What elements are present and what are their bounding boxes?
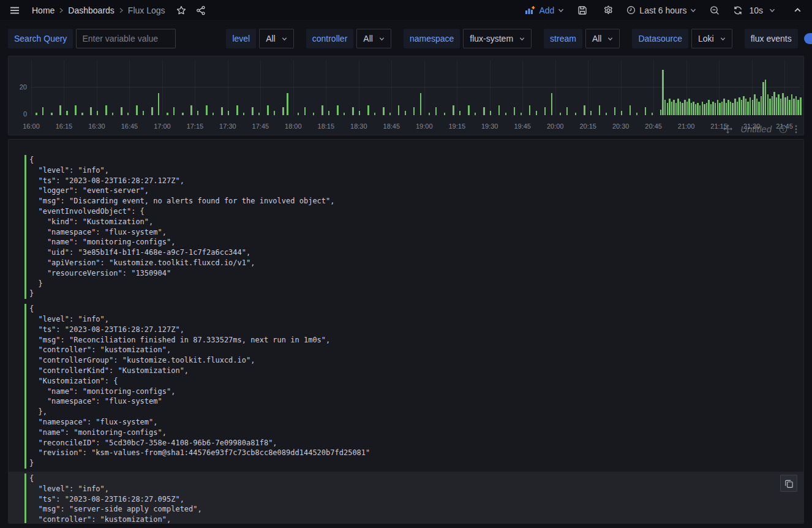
histogram-bar <box>313 113 315 116</box>
chevron-down-icon <box>690 7 696 13</box>
vertical-gridline <box>752 60 753 115</box>
vertical-gridline <box>326 60 326 115</box>
log-level-indicator <box>24 304 26 469</box>
panel-menu-icon[interactable] <box>795 125 797 134</box>
histogram-bar <box>212 113 214 116</box>
time-range-picker[interactable]: Last 6 hours <box>625 2 697 19</box>
chevron-down-icon <box>558 7 564 13</box>
histogram-bar <box>673 100 675 115</box>
log-list: { "level": "info", "ts": "2023-08-23T16:… <box>9 153 803 524</box>
copy-log-button[interactable] <box>780 475 797 492</box>
stream-label: stream <box>544 29 582 48</box>
chevron-down-icon <box>282 36 287 42</box>
breadcrumb-home[interactable]: Home <box>32 6 55 15</box>
datasource-variable: Datasource Loki <box>632 29 732 48</box>
flux-events-toggle[interactable] <box>804 33 812 44</box>
histogram-bar <box>287 93 288 115</box>
x-axis-tick-label: 19:30 <box>481 123 498 130</box>
level-variable: level All <box>226 29 293 48</box>
zoom-out-time-button[interactable] <box>706 2 723 19</box>
vertical-gridline <box>555 60 556 115</box>
histogram-bar <box>90 107 92 116</box>
chevron-down-icon <box>769 7 775 13</box>
histogram-bar <box>151 107 153 116</box>
dashboard-settings-button[interactable] <box>600 2 617 19</box>
log-row[interactable]: { "level": "info", "ts": "2023-08-23T16:… <box>9 302 803 470</box>
navbar-actions: Add Last 6 hours <box>523 2 806 19</box>
star-icon <box>176 6 186 15</box>
histogram-bar <box>693 102 694 116</box>
histogram-bar <box>606 113 607 116</box>
chevron-right-icon <box>58 7 64 13</box>
histogram-bar <box>66 111 68 115</box>
histogram-bar <box>127 113 129 116</box>
x-axis-tick-label: 16:30 <box>88 123 105 130</box>
histogram-bar <box>590 111 592 115</box>
histogram-bar <box>483 107 485 116</box>
histogram-bar <box>420 93 422 115</box>
histogram-bar <box>298 113 299 116</box>
histogram-bar <box>584 105 585 115</box>
chart-plot-area[interactable]: 20 0 <box>31 60 800 115</box>
histogram-bar <box>780 99 782 115</box>
search-query-input[interactable] <box>76 29 176 48</box>
histogram-bar <box>121 107 122 116</box>
kiosk-mode-button[interactable] <box>789 2 806 19</box>
namespace-select[interactable]: flux-system <box>463 29 532 48</box>
refresh-dashboard-button[interactable]: 10s <box>732 2 776 19</box>
add-panel-icon <box>524 6 535 15</box>
info-icon[interactable] <box>779 125 788 134</box>
histogram-bar <box>475 113 476 116</box>
x-axis-tick-label: 21:00 <box>678 123 695 130</box>
histogram-bar <box>105 105 107 115</box>
add-button[interactable]: Add <box>523 2 565 19</box>
vertical-gridline <box>260 60 261 115</box>
save-dashboard-button[interactable] <box>574 2 591 19</box>
histogram-bar <box>81 113 83 116</box>
breadcrumb: Home Dashboards Flux Logs <box>32 6 165 15</box>
histogram-bar <box>405 111 407 115</box>
x-axis-tick-label: 17:30 <box>219 123 236 130</box>
vertical-gridline <box>359 60 359 115</box>
favorite-star-button[interactable] <box>173 2 190 19</box>
share-button[interactable] <box>192 2 209 19</box>
refresh-icon <box>733 6 743 15</box>
x-axis-tick-label: 20:45 <box>645 123 662 130</box>
histogram-bar <box>435 107 437 116</box>
vertical-gridline <box>31 60 32 115</box>
menu-button[interactable] <box>6 2 23 19</box>
log-row[interactable]: { "level": "info", "ts": "2023-08-23T16:… <box>9 472 803 524</box>
move-panel-handle[interactable] <box>723 124 733 134</box>
histogram-bar <box>723 99 725 115</box>
histogram-bar <box>505 113 507 116</box>
x-axis-tick-label: 19:45 <box>514 123 531 130</box>
histogram-bar <box>688 99 690 115</box>
stream-select[interactable]: All <box>585 29 620 48</box>
histogram-bar <box>645 107 647 116</box>
vertical-gridline <box>719 60 720 115</box>
histogram-bar <box>352 107 354 116</box>
controller-select[interactable]: All <box>356 29 391 48</box>
histogram-bar <box>267 105 269 115</box>
datasource-select[interactable]: Loki <box>691 29 732 48</box>
histogram-bar <box>112 113 114 116</box>
histogram-bar <box>136 105 138 115</box>
histogram-bar <box>739 97 740 115</box>
histogram-bar <box>710 104 712 115</box>
histogram-bar <box>282 107 284 116</box>
histogram-bar <box>712 102 714 116</box>
log-volume-panel[interactable]: 20 0 16:0016:1516:3016:4517:0017:1517:30… <box>8 56 804 135</box>
vertical-gridline <box>129 60 130 115</box>
histogram-bar <box>734 99 736 115</box>
panel-hover-header: Untitled <box>723 124 797 134</box>
histogram-bar <box>374 113 376 116</box>
histogram-bar <box>769 99 771 115</box>
histogram-bar <box>762 82 764 115</box>
histogram-bar <box>236 105 238 115</box>
histogram-bar <box>706 103 708 115</box>
histogram-bar <box>795 96 797 116</box>
breadcrumb-dashboards[interactable]: Dashboards <box>68 6 115 15</box>
histogram-bar <box>726 103 727 115</box>
log-row[interactable]: { "level": "info", "ts": "2023-08-23T16:… <box>9 153 803 301</box>
level-select[interactable]: All <box>259 29 294 48</box>
